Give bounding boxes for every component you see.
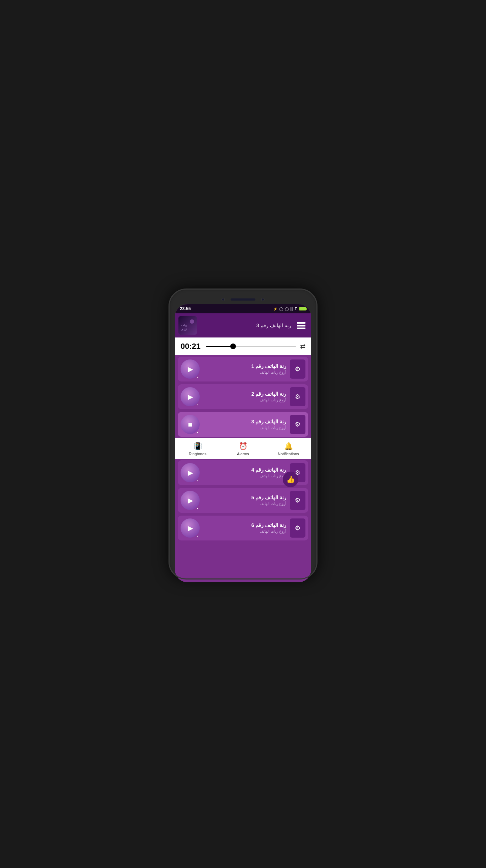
song-title-2: رنة الهاتف رقم 2	[203, 391, 286, 397]
ringtones-icon: 📳	[193, 442, 202, 450]
phone-frame: 23:55 ⚡ ◯ ◯ ||| E	[169, 289, 317, 579]
song-title-4: رنة الهاتف رقم 4	[203, 467, 286, 473]
svg-text:الهاتف: الهاتف	[181, 328, 187, 331]
bottom-nav: 📳 Ringtones ⏰ Alarms 🔔 Notifications	[175, 438, 311, 459]
gear-button-6[interactable]: ⚙	[290, 518, 305, 538]
song-list: ▶ رنة الهاتف رقم 1 أروع رنات الهاتف ⚙ ▶ …	[175, 355, 311, 582]
network-type: E	[295, 307, 297, 311]
progress-bar-section: 00:21 ⇄	[175, 337, 311, 355]
notifications-icon: 🔔	[284, 442, 293, 450]
svg-rect-7	[297, 328, 305, 329]
circle-icon-2: ◯	[285, 307, 289, 311]
song-title-6: رنة الهاتف رقم 6	[203, 522, 286, 528]
signal-icon: |||	[291, 307, 293, 311]
thumbsup-fab[interactable]: 👍	[283, 472, 298, 487]
queue-icon[interactable]	[295, 319, 308, 332]
lightning-icon: ⚡	[273, 307, 277, 311]
song-item-6[interactable]: ▶ رنة الهاتف رقم 6 أروع رنات الهاتف ⚙	[178, 516, 308, 540]
status-time: 23:55	[180, 306, 191, 311]
status-bar: 23:55 ⚡ ◯ ◯ ||| E	[175, 304, 311, 313]
play-icon-2: ▶	[188, 392, 193, 401]
play-button-2[interactable]: ▶	[181, 387, 200, 406]
song-info-5: رنة الهاتف رقم 5 أروع رنات الهاتف	[203, 495, 286, 506]
song-subtitle-5: أروع رنات الهاتف	[203, 501, 286, 506]
song-subtitle-1: أروع رنات الهاتف	[203, 370, 286, 375]
play-button-3[interactable]: ■	[181, 415, 200, 434]
progress-time: 00:21	[181, 342, 202, 351]
play-button-6[interactable]: ▶	[181, 518, 200, 538]
status-icons: ⚡ ◯ ◯ ||| E	[273, 307, 306, 311]
repeat-icon[interactable]: ⇄	[300, 342, 305, 350]
ringtones-label: Ringtones	[189, 452, 206, 456]
svg-rect-6	[297, 325, 305, 326]
song-title-3: رنة الهاتف رقم 3	[203, 419, 286, 424]
song-info-1: رنة الهاتف رقم 1 أروع رنات الهاتف	[203, 363, 286, 375]
thumbnail: رنات الهاتف	[178, 316, 197, 335]
song-title-5: رنة الهاتف رقم 5	[203, 495, 286, 500]
play-icon-4: ▶	[188, 468, 193, 477]
song-info-6: رنة الهاتف رقم 6 أروع رنات الهاتف	[203, 522, 286, 534]
phone-top-area	[175, 295, 311, 304]
song-item-1[interactable]: ▶ رنة الهاتف رقم 1 أروع رنات الهاتف ⚙	[178, 357, 308, 381]
stop-icon-3: ■	[188, 421, 192, 429]
song-subtitle-3: أروع رنات الهاتف	[203, 425, 286, 430]
alarms-icon: ⏰	[239, 442, 248, 450]
progress-fill	[206, 346, 233, 347]
gear-button-1[interactable]: ⚙	[290, 359, 305, 379]
song-item-2[interactable]: ▶ رنة الهاتف رقم 2 أروع رنات الهاتف ⚙	[178, 384, 308, 409]
gear-button-5[interactable]: ⚙	[290, 491, 305, 510]
camera-right	[261, 298, 265, 301]
play-icon-6: ▶	[188, 524, 193, 532]
phone-screen: 23:55 ⚡ ◯ ◯ ||| E	[175, 304, 311, 582]
song-item-3[interactable]: ■ رنة الهاتف رقم 3 أروع رنات الهاتف ⚙	[178, 412, 308, 437]
nav-notifications[interactable]: 🔔 Notifications	[266, 442, 311, 456]
play-icon-1: ▶	[188, 365, 193, 373]
play-icon-5: ▶	[188, 496, 193, 505]
now-playing-title: رنة الهاتف رقم 3	[200, 323, 291, 328]
song-info-3: رنة الهاتف رقم 3 أروع رنات الهاتف	[203, 419, 286, 430]
nav-alarms[interactable]: ⏰ Alarms	[220, 442, 266, 456]
svg-text:رنات: رنات	[181, 324, 187, 327]
song-info-4: رنة الهاتف رقم 4 أروع رنات الهاتف	[203, 467, 286, 478]
now-playing-bar: رنات الهاتف رنة الهاتف رقم 3	[175, 313, 311, 337]
gear-button-3[interactable]: ⚙	[290, 415, 305, 434]
song-item-5[interactable]: ▶ رنة الهاتف رقم 5 أروع رنات الهاتف ⚙ 👍	[178, 488, 308, 513]
song-info-2: رنة الهاتف رقم 2 أروع رنات الهاتف	[203, 391, 286, 402]
svg-rect-5	[297, 322, 305, 324]
progress-track[interactable]	[206, 346, 296, 347]
speaker	[231, 298, 255, 301]
circle-icon-1: ◯	[279, 307, 283, 311]
play-button-4[interactable]: ▶	[181, 463, 200, 482]
gear-button-2[interactable]: ⚙	[290, 387, 305, 406]
song-subtitle-4: أروع رنات الهاتف	[203, 474, 286, 478]
song-subtitle-2: أروع رنات الهاتف	[203, 398, 286, 402]
song-title-1: رنة الهاتف رقم 1	[203, 363, 286, 369]
progress-thumb	[230, 344, 236, 349]
battery-icon	[299, 307, 306, 311]
notifications-label: Notifications	[278, 452, 299, 456]
play-button-5[interactable]: ▶	[181, 491, 200, 510]
svg-point-4	[190, 319, 194, 324]
song-subtitle-6: أروع رنات الهاتف	[203, 529, 286, 534]
alarms-label: Alarms	[237, 452, 249, 456]
camera	[221, 298, 225, 301]
nav-ringtones[interactable]: 📳 Ringtones	[175, 442, 220, 456]
play-button-1[interactable]: ▶	[181, 359, 200, 379]
